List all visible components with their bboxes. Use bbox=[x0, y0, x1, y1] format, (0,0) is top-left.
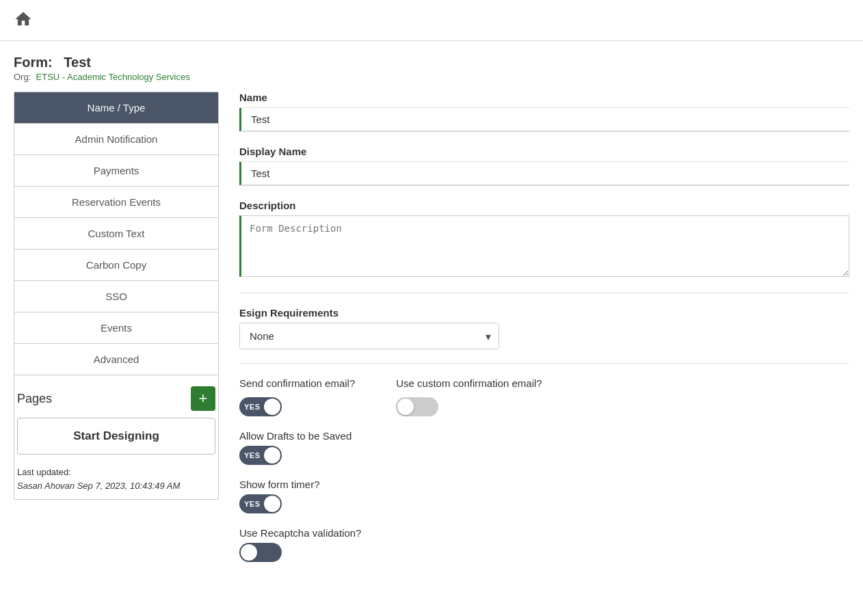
sidebar-item-custom-text[interactable]: Custom Text bbox=[14, 218, 218, 250]
esign-label: Esign Requirements bbox=[239, 307, 849, 319]
sidebar-item-events[interactable]: Events bbox=[14, 312, 218, 344]
recaptcha-track[interactable] bbox=[239, 543, 282, 562]
sidebar-item-name-type[interactable]: Name / Type bbox=[14, 92, 218, 124]
show-timer-toggle[interactable]: YES bbox=[239, 494, 849, 513]
sidebar-item-carbon-copy[interactable]: Carbon Copy bbox=[14, 250, 218, 281]
name-bottom-divider bbox=[239, 131, 849, 132]
recaptcha-toggle[interactable] bbox=[239, 543, 849, 562]
description-field-group: Description bbox=[239, 200, 849, 279]
toggle-row-1: Send confirmation email? YES Use custom … bbox=[239, 377, 849, 416]
show-timer-thumb bbox=[264, 496, 280, 512]
show-timer-toggle-label: YES bbox=[244, 500, 261, 508]
sidebar-item-sso[interactable]: SSO bbox=[14, 281, 218, 312]
recaptcha-thumb bbox=[241, 544, 257, 561]
sidebar-item-advanced[interactable]: Advanced bbox=[14, 344, 218, 375]
form-name: Test bbox=[64, 55, 91, 70]
form-header: Form: Test Org: ETSU - Academic Technolo… bbox=[14, 55, 849, 82]
sidebar: Name / Type Admin Notification Payments … bbox=[14, 92, 219, 500]
send-confirmation-toggle-label: YES bbox=[244, 403, 261, 411]
use-custom-toggle-item: Use custom confirmation email? NO bbox=[396, 377, 542, 416]
display-name-bottom-divider bbox=[239, 185, 849, 186]
name-label: Name bbox=[239, 92, 849, 103]
recaptcha-label: Use Recaptcha validation? bbox=[239, 527, 849, 539]
main-content: Form: Test Org: ETSU - Academic Technolo… bbox=[0, 41, 863, 616]
send-confirmation-label: Send confirmation email? bbox=[239, 377, 355, 389]
allow-drafts-toggle-label: YES bbox=[244, 451, 261, 459]
allow-drafts-label: Allow Drafts to be Saved bbox=[239, 430, 849, 442]
org-prefix: Org: bbox=[14, 72, 31, 82]
org-line: Org: ETSU - Academic Technology Services bbox=[14, 72, 849, 82]
allow-drafts-thumb bbox=[264, 447, 280, 464]
send-confirmation-toggle[interactable]: YES bbox=[239, 397, 355, 416]
use-custom-thumb bbox=[397, 399, 414, 415]
top-bar bbox=[0, 0, 863, 41]
home-icon[interactable] bbox=[14, 10, 33, 31]
add-page-button[interactable]: + bbox=[191, 386, 215, 411]
allow-drafts-toggle[interactable]: YES bbox=[239, 446, 849, 465]
display-name-field-group: Display Name bbox=[239, 146, 849, 186]
form-prefix: Form: bbox=[14, 55, 53, 70]
form-area: Name Display Name Description Esign Req bbox=[219, 92, 849, 576]
description-label: Description bbox=[239, 200, 849, 211]
esign-select[interactable]: None Required Optional bbox=[239, 323, 499, 349]
last-updated: Last updated: Sasan Ahovan Sep 7, 2023, … bbox=[14, 466, 218, 499]
name-field-group: Name bbox=[239, 92, 849, 132]
form-title: Form: Test bbox=[14, 55, 849, 70]
use-custom-toggle[interactable]: NO bbox=[396, 397, 542, 416]
show-timer-track[interactable]: YES bbox=[239, 494, 282, 513]
esign-field-group: Esign Requirements None Required Optiona… bbox=[239, 307, 849, 349]
pages-section: Pages + Start Designing bbox=[14, 386, 218, 455]
description-textarea[interactable] bbox=[239, 215, 849, 277]
layout: Name / Type Admin Notification Payments … bbox=[14, 92, 849, 576]
allow-drafts-track[interactable]: YES bbox=[239, 446, 282, 465]
section-divider-2 bbox=[239, 363, 849, 364]
allow-drafts-toggle-row: Allow Drafts to be Saved YES bbox=[239, 430, 849, 465]
sidebar-item-payments[interactable]: Payments bbox=[14, 155, 218, 187]
use-custom-track[interactable]: NO bbox=[396, 397, 438, 416]
sidebar-item-admin-notification[interactable]: Admin Notification bbox=[14, 124, 218, 155]
display-name-label: Display Name bbox=[239, 146, 849, 157]
last-updated-info: Sasan Ahovan Sep 7, 2023, 10:43:49 AM bbox=[17, 479, 215, 493]
show-timer-toggle-row: Show form timer? YES bbox=[239, 479, 849, 513]
last-updated-label: Last updated: bbox=[17, 466, 215, 479]
recaptcha-toggle-row: Use Recaptcha validation? bbox=[239, 527, 849, 562]
section-divider-1 bbox=[239, 293, 849, 293]
pages-header: Pages + bbox=[17, 386, 215, 411]
start-designing-button[interactable]: Start Designing bbox=[17, 418, 215, 455]
show-timer-label: Show form timer? bbox=[239, 479, 849, 490]
pages-label: Pages bbox=[17, 392, 52, 406]
display-name-input[interactable] bbox=[239, 162, 849, 185]
send-confirmation-thumb bbox=[264, 399, 280, 415]
use-custom-label: Use custom confirmation email? bbox=[396, 377, 542, 389]
name-input[interactable] bbox=[239, 108, 849, 131]
send-confirmation-toggle-item: Send confirmation email? YES bbox=[239, 377, 355, 416]
send-confirmation-track[interactable]: YES bbox=[239, 397, 282, 416]
esign-select-wrapper: None Required Optional ▾ bbox=[239, 323, 499, 349]
org-link[interactable]: ETSU - Academic Technology Services bbox=[36, 72, 190, 82]
sidebar-item-reservation-events[interactable]: Reservation Events bbox=[14, 187, 218, 218]
